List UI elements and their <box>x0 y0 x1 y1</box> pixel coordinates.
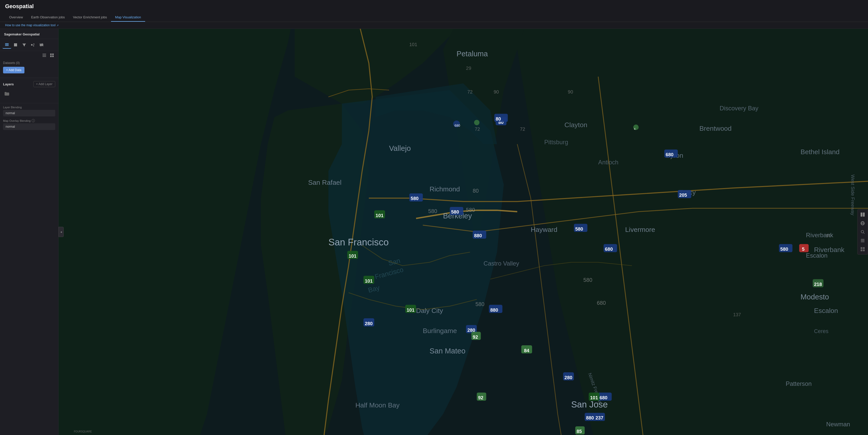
map-canvas: Vallejo San Rafael Richmond Berkeley San… <box>59 29 868 435</box>
svg-text:Discovery Bay: Discovery Bay <box>719 105 758 112</box>
svg-rect-5 <box>16 43 17 45</box>
sidebar-icon-row <box>0 39 58 51</box>
list-view-btn[interactable] <box>41 53 48 58</box>
svg-rect-139 <box>861 239 864 239</box>
map-area[interactable]: Vallejo San Rafael Richmond Berkeley San… <box>59 29 868 435</box>
external-link-icon: ↗ <box>57 24 59 27</box>
add-data-button[interactable]: + Add Data <box>3 67 25 74</box>
header: Geospatial Overview Earth Observation jo… <box>0 0 868 22</box>
svg-text:Livermore: Livermore <box>625 226 655 233</box>
tab-earth-observation[interactable]: Earth Observation jobs <box>27 13 69 22</box>
svg-text:Escalon: Escalon <box>806 252 828 259</box>
shapes-icon-btn[interactable] <box>11 41 20 49</box>
svg-text:680: 680 <box>600 395 608 400</box>
svg-rect-0 <box>5 46 9 46</box>
svg-rect-4 <box>16 45 17 47</box>
app-title: Geospatial <box>5 3 863 10</box>
svg-text:Modesto: Modesto <box>801 293 829 301</box>
search-map-btn[interactable] <box>859 228 867 236</box>
svg-rect-141 <box>861 241 864 242</box>
svg-text:90: 90 <box>568 89 573 94</box>
datasets-section: Datasets (0) + Add Data <box>0 60 58 77</box>
svg-rect-11 <box>42 55 46 56</box>
main-content: Sagemaker Geospatial <box>0 29 868 435</box>
globe-btn[interactable] <box>859 219 867 227</box>
svg-rect-142 <box>861 247 862 249</box>
divider-2 <box>0 103 58 103</box>
svg-rect-6 <box>14 45 16 47</box>
tab-map-visualization[interactable]: Map Visualization <box>111 13 145 22</box>
svg-text:5: 5 <box>802 246 804 252</box>
svg-text:680: 680 <box>597 300 606 306</box>
svg-rect-15 <box>50 56 52 57</box>
svg-text:580: 580 <box>466 207 475 213</box>
sidebar: Sagemaker Geospatial <box>0 29 59 435</box>
layers-icon-btn[interactable] <box>3 41 11 49</box>
effects-icon-btn[interactable] <box>29 41 37 49</box>
svg-text:101: 101 <box>590 395 598 400</box>
svg-text:Daly City: Daly City <box>416 307 443 315</box>
list-btn[interactable] <box>859 236 867 244</box>
svg-text:680: 680 <box>665 152 674 157</box>
svg-text:Patterson: Patterson <box>786 380 812 387</box>
map-icon-btn[interactable] <box>37 41 46 49</box>
svg-text:West Side Freeway: West Side Freeway <box>850 175 856 215</box>
svg-text:580: 580 <box>475 301 484 307</box>
svg-text:San Rafael: San Rafael <box>308 179 341 186</box>
add-layer-button[interactable]: + Add Layer <box>33 81 55 87</box>
tab-vector-enrichment[interactable]: Vector Enrichment jobs <box>69 13 111 22</box>
collapse-icon: ◂ <box>60 230 62 234</box>
svg-text:101: 101 <box>348 253 356 259</box>
svg-text:Bethel Island: Bethel Island <box>801 148 839 156</box>
svg-text:92: 92 <box>478 395 484 400</box>
svg-text:Vallejo: Vallejo <box>389 144 411 152</box>
svg-text:237: 237 <box>595 415 603 420</box>
svg-text:Antioch: Antioch <box>598 159 618 166</box>
svg-rect-145 <box>863 250 865 251</box>
svg-rect-2 <box>5 43 9 44</box>
svg-text:Newman: Newman <box>826 421 850 428</box>
svg-text:Richmond: Richmond <box>430 185 460 193</box>
info-bar-link[interactable]: How to use the map visualization tool <box>5 24 56 27</box>
svg-text:80: 80 <box>473 188 479 194</box>
svg-rect-13 <box>50 54 52 55</box>
filter-icon-btn[interactable] <box>20 41 29 49</box>
layer-blending-section: Layer Blending normalmultiplyscreenoverl… <box>0 104 58 134</box>
svg-text:Ceres: Ceres <box>814 328 829 334</box>
svg-point-7 <box>31 44 33 46</box>
layer-blending-select[interactable]: normalmultiplyscreenoverlaydarkenlighten <box>3 110 55 116</box>
svg-text:880: 880 <box>586 415 594 420</box>
sidebar-collapse-btn[interactable]: ◂ <box>59 227 64 237</box>
svg-text:680: 680 <box>605 246 613 252</box>
svg-text:72: 72 <box>475 126 480 132</box>
datasets-header: Datasets (0) <box>3 61 55 65</box>
svg-text:92: 92 <box>473 334 478 340</box>
svg-text:72: 72 <box>467 89 472 94</box>
svg-text:880: 880 <box>490 307 498 313</box>
map-overlay-blending-select[interactable]: normalmultiplyscreenoverlaydarkenlighten <box>3 123 55 130</box>
svg-text:205: 205 <box>679 193 687 198</box>
svg-text:680: 680 <box>455 124 460 127</box>
grid-view-btn[interactable] <box>49 53 55 58</box>
table-btn[interactable] <box>859 245 867 253</box>
svg-rect-132 <box>861 212 862 216</box>
tab-overview[interactable]: Overview <box>5 13 27 22</box>
svg-text:218: 218 <box>814 282 822 287</box>
svg-text:580: 580 <box>411 196 418 201</box>
svg-text:85: 85 <box>577 429 582 434</box>
svg-text:90: 90 <box>494 89 499 94</box>
map-overlay-blending-label: Map Overlay Blending <box>3 119 31 122</box>
svg-text:84: 84 <box>524 348 529 353</box>
layers-header: Layers + Add Layer <box>3 81 55 87</box>
svg-text:280: 280 <box>564 375 572 380</box>
svg-text:80: 80 <box>496 116 501 121</box>
layers-section: Layers + Add Layer <box>0 79 58 102</box>
split-view-btn[interactable] <box>859 210 867 219</box>
info-icon: i <box>32 119 35 122</box>
svg-rect-1 <box>5 44 9 45</box>
svg-rect-12 <box>42 56 46 57</box>
svg-text:137: 137 <box>733 312 741 317</box>
svg-text:72: 72 <box>520 126 525 132</box>
svg-rect-3 <box>14 43 16 45</box>
map-overlay-blending-label-row: Map Overlay Blending i <box>3 119 55 122</box>
